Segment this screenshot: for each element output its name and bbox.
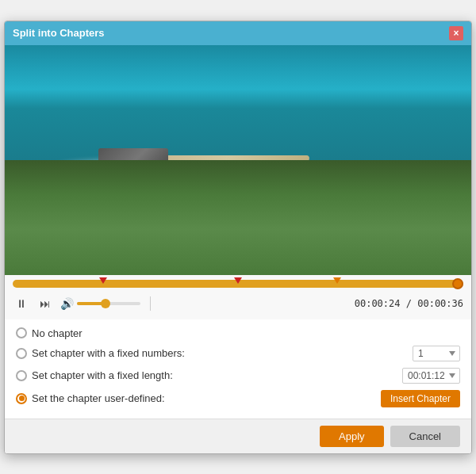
fixed-length-label[interactable]: Set chapter with a fixed length: [16,369,173,381]
user-defined-text: Set the chapter user-defined: [32,392,165,404]
pause-button[interactable]: ⏸ [13,296,30,312]
user-defined-label[interactable]: Set the chapter user-defined: [16,392,165,404]
no-chapter-radio[interactable] [16,327,27,338]
timeline-bar[interactable] [13,280,463,288]
fixed-numbers-radio[interactable] [16,348,27,359]
timeline-area: ⏸ ⏭ 🔊 00:00:24 / 00:00:36 [5,275,471,319]
fixed-numbers-text: Set chapter with a fixed numbers: [32,347,185,359]
insert-chapter-button[interactable]: Insert Chapter [381,390,460,407]
fixed-length-text: Set chapter with a fixed length: [32,369,173,381]
title-bar: Split into Chapters × [5,21,471,45]
wave-decoration [52,160,168,178]
footer-area: Apply Cancel [5,419,471,453]
divider [150,296,151,311]
video-preview [5,45,471,275]
close-button[interactable]: × [449,26,463,40]
rocks-decoration [98,148,168,176]
time-separator: / [406,298,417,309]
next-button[interactable]: ⏭ [36,296,54,312]
option-row-no-chapter: No chapter [16,327,460,339]
cancel-button[interactable]: Cancel [390,426,460,447]
user-defined-radio[interactable] [16,393,27,404]
fixed-length-select[interactable]: 00:01:12 00:00:30 00:01:00 00:02:00 [402,368,460,384]
time-display: 00:00:24 / 00:00:36 [355,298,463,309]
options-area: No chapter Set chapter with a fixed numb… [5,319,471,419]
total-time: 00:00:36 [417,298,463,309]
controls-row: ⏸ ⏭ 🔊 00:00:24 / 00:00:36 [13,292,463,315]
option-row-fixed-length: Set chapter with a fixed length: 00:01:1… [16,368,460,384]
split-chapters-dialog: Split into Chapters × ⏸ ⏭ 🔊 [4,21,472,454]
dialog-title: Split into Chapters [13,27,105,39]
no-chapter-label[interactable]: No chapter [16,327,83,339]
volume-thumb [101,299,110,308]
fixed-numbers-label[interactable]: Set chapter with a fixed numbers: [16,347,185,359]
fixed-length-radio[interactable] [16,370,27,381]
current-time: 00:00:24 [355,298,401,309]
no-chapter-text: No chapter [32,327,83,339]
volume-slider[interactable] [77,302,140,305]
apply-button[interactable]: Apply [320,426,384,447]
fixed-numbers-select[interactable]: 1 2 3 4 5 [413,346,460,361]
option-row-user-defined: Set the chapter user-defined: Insert Cha… [16,390,460,407]
video-thumbnail [5,45,471,275]
volume-control: 🔊 [60,297,140,310]
timeline-end-marker [452,278,463,289]
option-row-fixed-numbers: Set chapter with a fixed numbers: 1 2 3 … [16,346,460,361]
volume-icon: 🔊 [60,297,74,310]
